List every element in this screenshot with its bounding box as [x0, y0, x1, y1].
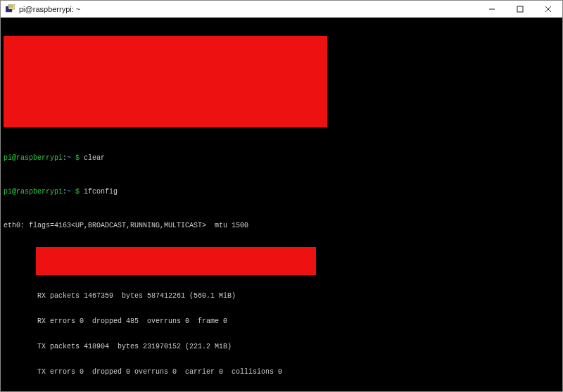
maximize-button[interactable]: [506, 1, 534, 17]
prompt-user: pi@raspberrypi: [4, 154, 63, 162]
minimize-button[interactable]: [478, 1, 506, 17]
window-title: pi@raspberrypi: ~: [19, 5, 478, 13]
ifconfig-line: TX packets 418904 bytes 231970152 (221.2…: [4, 343, 559, 351]
redacted-block: [36, 247, 316, 275]
close-button[interactable]: [534, 1, 562, 17]
prompt-line: pi@raspberrypi:~ $ clear: [4, 154, 559, 163]
svg-rect-1: [8, 4, 15, 9]
putty-window: pi@raspberrypi: ~ pi@raspberrypi:~ $ cle…: [0, 0, 563, 392]
ifconfig-line: RX errors 0 dropped 485 overruns 0 frame…: [4, 317, 559, 326]
command: ifconfig: [84, 188, 118, 196]
redacted-block: [4, 36, 327, 127]
terminal[interactable]: pi@raspberrypi:~ $ clear pi@raspberrypi:…: [1, 18, 562, 391]
ifconfig-line: RX packets 1467359 bytes 587412261 (560.…: [4, 292, 559, 301]
prompt-line: pi@raspberrypi:~ $ ifconfig: [4, 188, 559, 196]
prompt-path: ~: [67, 154, 71, 162]
svg-rect-5: [517, 6, 523, 12]
window-controls: [478, 1, 562, 17]
prompt-dollar: $: [75, 154, 80, 162]
putty-icon: [5, 4, 15, 14]
prompt-path: ~: [67, 188, 71, 196]
ifconfig-line: TX errors 0 dropped 0 overruns 0 carrier…: [4, 368, 559, 377]
titlebar[interactable]: pi@raspberrypi: ~: [1, 1, 562, 18]
prompt-user: pi@raspberrypi: [4, 188, 63, 196]
ifconfig-eth0-header: eth0: flags=4163<UP,BROADCAST,RUNNING,MU…: [4, 222, 559, 230]
command: clear: [84, 154, 105, 162]
prompt-dollar: $: [75, 188, 80, 196]
